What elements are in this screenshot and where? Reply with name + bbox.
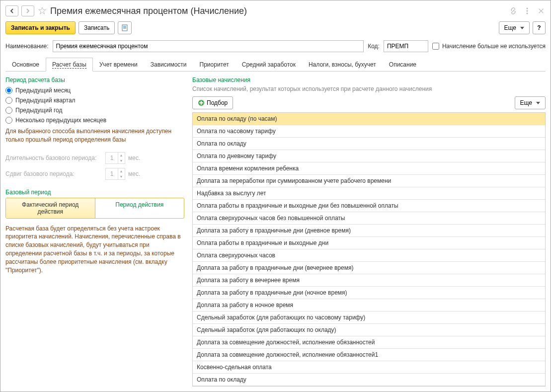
radio-prev-year-label: Предыдущий год — [15, 107, 62, 114]
window-title: Премия ежемесячная процентом (Начисление… — [50, 6, 506, 16]
svg-point-2 — [527, 13, 528, 14]
list-item[interactable]: Оплата по часовому тарифу — [193, 125, 545, 138]
code-label: Код: — [368, 43, 380, 50]
list-item[interactable]: Оплата работы в праздничные и выходные д… — [193, 200, 545, 212]
list-item[interactable]: Оплата по дневному тарифу — [193, 150, 545, 162]
nav-back-button[interactable] — [5, 5, 18, 16]
period-hint: Для выбранного способа выполнения начисл… — [5, 125, 184, 150]
favorite-star-icon[interactable] — [37, 6, 47, 16]
tab-desc[interactable]: Описание — [383, 58, 423, 72]
shift-label: Сдвиг базового периода: — [5, 170, 102, 177]
radio-prev-quarter-label: Предыдущий квартал — [15, 97, 76, 104]
svg-point-1 — [527, 10, 528, 12]
save-button[interactable]: Записать — [79, 21, 115, 34]
tabs: Основное Расчет базы Учет времени Зависи… — [5, 57, 546, 72]
base-accruals-title: Базовые начисления — [192, 77, 546, 85]
unused-checkbox[interactable] — [432, 43, 439, 50]
list-item[interactable]: Доплата за совмещение должностей, исполн… — [193, 349, 545, 361]
close-icon[interactable] — [537, 6, 546, 15]
list-item[interactable]: Сдельный заработок (для работающих по ча… — [193, 312, 545, 324]
unused-label: Начисление больше не используется — [442, 43, 546, 50]
list-item[interactable]: Оплата сверхурочных часов — [193, 249, 545, 262]
list-item[interactable]: Оплата по окладу — [193, 374, 545, 386]
shift-value — [106, 170, 118, 177]
svg-rect-3 — [122, 25, 127, 31]
duration-spinner: ▲▼ — [105, 152, 125, 164]
list-item[interactable]: Доплата за работу в вечернее время — [193, 274, 545, 287]
tab-main[interactable]: Основное — [5, 58, 46, 72]
list-item[interactable]: Доплата за работу в праздничные дни (веч… — [193, 262, 545, 274]
list-item[interactable]: Надбавка за выслугу лет — [193, 187, 545, 200]
more-label: Еще — [504, 24, 516, 31]
tab-priority[interactable]: Приоритет — [193, 58, 236, 72]
tab-taxes[interactable]: Налоги, взносы, бухучет — [302, 58, 383, 72]
kebab-menu-icon[interactable] — [523, 6, 532, 15]
svg-point-0 — [527, 8, 528, 9]
arrow-left-icon — [9, 8, 15, 14]
list-item[interactable]: Доплата за совмещение должностей, исполн… — [193, 336, 545, 349]
tab-deps[interactable]: Зависимости — [144, 58, 193, 72]
list-more-label: Еще — [520, 99, 532, 106]
duration-value — [106, 155, 118, 161]
list-item[interactable]: Косвенно-сдельная оплата — [193, 361, 545, 374]
list-item[interactable]: Оплата сверхурочных часов без повышенной… — [193, 212, 545, 225]
name-input[interactable] — [53, 40, 364, 52]
document-icon-button[interactable] — [118, 21, 132, 34]
pick-button[interactable]: Подбор — [192, 96, 233, 109]
list-item[interactable]: Сдельный заработок (для работающих по ок… — [193, 324, 545, 336]
list-item[interactable]: Доплата за работу в праздничные дни (дне… — [193, 225, 545, 237]
nav-forward-button[interactable] — [21, 5, 34, 16]
duration-unit: мес. — [128, 155, 140, 161]
shift-spinner: ▲▼ — [105, 168, 125, 180]
help-button[interactable]: ? — [533, 21, 546, 34]
list-item[interactable]: Доплата за рабоу в праздничные и выходны… — [193, 386, 545, 387]
radio-several-months-label: Несколько предыдущих месяцев — [15, 117, 106, 124]
shift-unit: мес. — [128, 170, 140, 177]
list-item[interactable]: Доплата за переработки при суммированном… — [193, 175, 545, 187]
list-item[interactable]: Оплата работы в праздничные и выходные д… — [193, 237, 545, 249]
save-close-button[interactable]: Записать и закрыть — [5, 21, 76, 34]
name-label: Наименование: — [5, 43, 49, 50]
tab-base-calc[interactable]: Расчет базы — [46, 58, 93, 72]
list-item[interactable]: Доплата за работу в праздничные дни (ноч… — [193, 287, 545, 299]
list-item[interactable]: Доплата за работу в ночное время — [193, 299, 545, 312]
list-item[interactable]: Оплата по окладу (по часам) — [193, 113, 545, 125]
radio-prev-month-label: Предыдущий месяц — [15, 87, 71, 94]
radio-prev-quarter[interactable] — [5, 97, 12, 104]
arrow-right-icon — [25, 8, 31, 14]
base-period-hint: Расчетная база будет определяться без уч… — [5, 223, 184, 281]
code-input[interactable] — [384, 40, 428, 52]
plus-icon — [198, 99, 205, 106]
radio-prev-year[interactable] — [5, 107, 12, 114]
toggle-actual-period[interactable]: Фактический период действия — [6, 198, 95, 218]
base-accruals-subtitle: Список начислений, результат которых исп… — [192, 85, 546, 96]
list-more-button[interactable]: Еще — [515, 96, 546, 109]
pick-label: Подбор — [207, 99, 228, 106]
duration-label: Длительность базового периода: — [5, 155, 102, 161]
more-button[interactable]: Еще — [499, 21, 530, 34]
list-item[interactable]: Оплата по окладу — [193, 138, 545, 150]
toggle-action-period[interactable]: Период действия — [95, 198, 184, 218]
tab-avg-earn[interactable]: Средний заработок — [236, 58, 302, 72]
list-item[interactable]: Оплата времени кормления ребенка — [193, 162, 545, 175]
link-icon[interactable] — [509, 6, 518, 15]
radio-prev-month[interactable] — [5, 87, 12, 94]
radio-several-months[interactable] — [5, 117, 12, 124]
base-period-title: Базовый период — [5, 182, 184, 198]
document-icon — [121, 24, 128, 31]
period-title: Период расчета базы — [5, 77, 184, 85]
accrual-list[interactable]: Оплата по окладу (по часам)Оплата по час… — [192, 112, 546, 387]
tab-time[interactable]: Учет времени — [93, 58, 144, 72]
